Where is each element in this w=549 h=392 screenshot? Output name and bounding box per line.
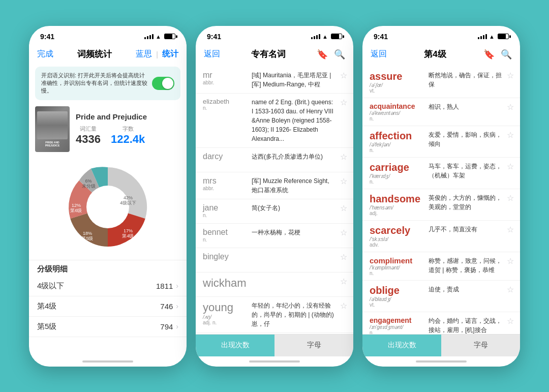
svg-point-0 xyxy=(86,186,129,228)
tab-frequency-2[interactable]: 出现次数 xyxy=(196,335,274,356)
word-star-affection[interactable]: ☆ xyxy=(507,130,514,140)
word-star-darcy[interactable]: ☆ xyxy=(340,152,347,162)
search-icon-3[interactable]: 🔍 xyxy=(501,49,512,60)
search-icon-2[interactable]: 🔍 xyxy=(334,49,345,60)
word-star-assure[interactable]: ☆ xyxy=(507,71,514,80)
word-star-young[interactable]: ☆ xyxy=(340,301,347,311)
word-phonetic-compliment: /'kɒmplimənt/ xyxy=(370,265,425,270)
status-bar-3: 9:41 ▲ xyxy=(362,26,520,44)
battery-icon-2 xyxy=(331,34,342,39)
word-def-engagement: 约会，婚约，诺言，交战，接站，雇用，[机]接合 xyxy=(429,316,502,334)
book-card: PRIDE ANDPREJUDICE Pride and Prejudice 词… xyxy=(35,106,180,152)
word-item-engagement: engagement /ɪn'geɪdʒmənt/ n. 约会，婚约，诺言，交战… xyxy=(362,312,520,334)
word-star-mr[interactable]: ☆ xyxy=(340,71,347,80)
grade-list: 4级以下 1811 › 第4级 746 › 第5级 794 › xyxy=(29,276,187,356)
back-button-3[interactable]: 返回 xyxy=(371,49,387,59)
word-phonetic-carriage: /'kærɪdʒ/ xyxy=(370,173,425,179)
phone-3: 9:41 ▲ 返回 第4级 🔖 🔍 assure /ə'ʃʊr/ vt. 断然地… xyxy=(362,26,520,367)
word-star-handsome[interactable]: ☆ xyxy=(507,193,514,203)
word-def-acquaintance: 相识，熟人 xyxy=(429,102,502,111)
signal-icon xyxy=(144,34,154,39)
grade-arrow-3: › xyxy=(176,322,178,330)
word-def-compliment: 称赞，感谢，致意，问候，道贺 | 称赞，褒扬，恭维 xyxy=(429,256,502,275)
svg-text:18%: 18% xyxy=(83,231,92,236)
word-star-acquaintance[interactable]: ☆ xyxy=(507,102,514,112)
word-phonetic-assure: /ə'ʃʊr/ xyxy=(370,82,425,88)
battery-icon-3 xyxy=(498,34,509,39)
word-star-scarcely[interactable]: ☆ xyxy=(507,225,514,234)
word-item-young: young /ʌŋ/ adj. n. 年轻的，年纪小的，没有经验的，尚早的，初期… xyxy=(196,297,353,333)
word-phonetic-handsome: /'hænsəm/ xyxy=(370,205,425,210)
word-star-carriage[interactable]: ☆ xyxy=(507,162,514,171)
grade-arrow-2: › xyxy=(176,302,178,310)
pie-svg: 42% 4级以下 17% 第4级 18% 第5级 12% 第6级 6% 未分级 xyxy=(62,161,154,253)
grade-count-3: 794 xyxy=(160,322,173,331)
word-item-darcy: darcy 达西(多孔介质渗透力单位) ☆ xyxy=(196,148,353,172)
word-star-bingley[interactable]: ☆ xyxy=(340,252,347,262)
back-button-2[interactable]: 返回 xyxy=(204,49,220,59)
word-star-compliment[interactable]: ☆ xyxy=(507,256,514,266)
word-pos-scarcely: adv. xyxy=(370,242,425,248)
back-button-1[interactable]: 完成 xyxy=(37,49,53,59)
tab-alphabet-3[interactable]: 字母 xyxy=(441,335,520,356)
nav-bar-3: 返回 第4级 🔖 🔍 xyxy=(362,44,520,67)
nav-bar-2: 返回 专有名词 🔖 🔍 xyxy=(196,44,353,67)
word-star-mrs[interactable]: ☆ xyxy=(340,176,347,186)
word-star-wickham[interactable]: ☆ xyxy=(340,277,347,286)
bookmark-icon-3[interactable]: 🔖 xyxy=(483,49,495,60)
word-star-jane[interactable]: ☆ xyxy=(340,203,347,213)
word-item-bingley: bingley ☆ xyxy=(196,248,353,273)
wifi-icon: ▲ xyxy=(156,34,161,40)
tab-alphabet-2[interactable]: 字母 xyxy=(274,335,353,356)
word-en-mrs: mrs xyxy=(203,176,249,186)
grade-item-1[interactable]: 4级以下 1811 › xyxy=(29,276,187,296)
word-pos-bennet: n. xyxy=(203,237,249,243)
toggle-switch[interactable] xyxy=(152,77,174,90)
home-indicator-2 xyxy=(196,356,353,367)
word-def-handsome: 英俊的，大方的，慷慨的，美观的，堂堂的 xyxy=(429,193,502,212)
book-info: Pride and Prejudice 词汇量 4336 字数 122.4k xyxy=(76,112,180,146)
grade-item-3[interactable]: 第5级 794 › xyxy=(29,317,187,337)
word-star-bennet[interactable]: ☆ xyxy=(340,228,347,237)
nav-title-2: 专有名词 xyxy=(251,48,286,60)
svg-text:第4级: 第4级 xyxy=(122,233,134,238)
word-pos-mrs: abbr. xyxy=(203,186,249,191)
word-star-engagement[interactable]: ☆ xyxy=(507,316,514,326)
book-title: Pride and Prejudice xyxy=(76,112,180,121)
word-def-bennet: 一种水杨梅，花梗 xyxy=(252,228,335,237)
banner-text: 开启语义识别: 打开此开关后将会提高统计准确性，并识别出专有名词，但统计速度较慢… xyxy=(41,72,148,95)
time-2: 9:41 xyxy=(207,33,221,41)
lanse-button[interactable]: 蓝思 xyxy=(136,49,152,59)
bookmark-icon[interactable]: 🔖 xyxy=(317,49,328,60)
wifi-icon-3: ▲ xyxy=(489,34,495,40)
word-def-mrs: [军] Muzzle Reference Sight, 炮口基准系统 xyxy=(252,176,335,195)
svg-text:17%: 17% xyxy=(124,228,133,233)
word-pos-engagement: n. xyxy=(370,330,425,334)
nav-right-1: 蓝思 | 统计 xyxy=(136,49,178,59)
svg-text:未分级: 未分级 xyxy=(82,184,96,189)
word-item-oblige: oblige /ə'blaɪdʒ/ vt. 迫使，责成 ☆ xyxy=(362,281,520,312)
word-def-carriage: 马车，客车，运费，姿态，（机械）车架 xyxy=(429,162,502,180)
section-title: 分级明细 xyxy=(29,260,187,276)
word-star-elizabeth[interactable]: ☆ xyxy=(340,98,347,107)
grade-item-2[interactable]: 第4级 746 › xyxy=(29,296,187,317)
signal-icon-3 xyxy=(478,34,487,39)
bottom-tabs-3: 出现次数 字母 xyxy=(362,334,520,356)
stats-button[interactable]: 统计 xyxy=(162,49,178,59)
char-label: 字数 xyxy=(111,125,145,133)
grade-name-3: 第5级 xyxy=(37,322,160,331)
word-def-affection: 友爱，爱情，影响，疾病，倾向 xyxy=(429,130,502,148)
svg-text:12%: 12% xyxy=(72,203,81,208)
word-pos-compliment: n. xyxy=(370,270,425,276)
word-def-scarcely: 几乎不，简直没有 xyxy=(429,225,502,234)
tab-frequency-3[interactable]: 出现次数 xyxy=(362,335,441,356)
status-bar-2: 9:41 ▲ xyxy=(196,26,353,44)
word-en-assure: assure xyxy=(370,71,425,82)
nav-bar-1: 完成 词频统计 蓝思 | 统计 xyxy=(29,44,187,67)
grade-count-1: 1811 xyxy=(156,282,173,290)
word-en-engagement: engagement xyxy=(370,316,425,324)
word-item-carriage: carriage /'kærɪdʒ/ n. 马车，客车，运费，姿态，（机械）车架… xyxy=(362,158,520,189)
word-star-oblige[interactable]: ☆ xyxy=(507,285,514,294)
vocab-label: 词汇量 xyxy=(76,125,101,133)
status-icons-1: ▲ xyxy=(144,34,175,40)
